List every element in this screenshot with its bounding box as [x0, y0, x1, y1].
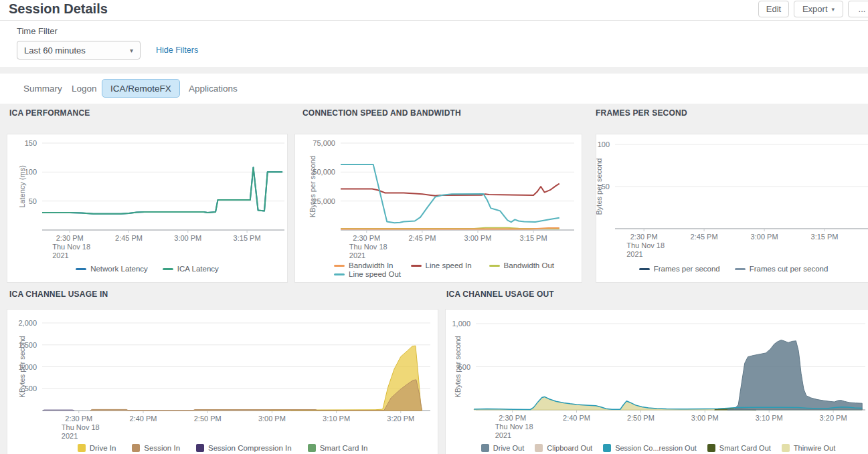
frames-per-second-chart: 501002:30 PMThu Nov 1820212:45 PM3:00 PM… [596, 134, 868, 261]
legend-item[interactable]: ICA Latency [163, 265, 219, 273]
svg-text:Latency (ms): Latency (ms) [18, 165, 26, 208]
time-filter-value: Last 60 minutes [24, 45, 86, 55]
svg-text:2:40 PM: 2:40 PM [563, 414, 590, 422]
legend-label: Smart Card In [320, 444, 368, 452]
svg-text:Thu Nov 18: Thu Nov 18 [349, 243, 387, 251]
export-button[interactable]: Export ▾ [794, 1, 843, 17]
legend-label: Drive In [90, 444, 116, 452]
legend-item[interactable]: Bandwidth In [334, 261, 394, 269]
ica-channel-usage-out-chart: 5001,0002:30 PMThu Nov 1820212:40 PM2:50… [446, 310, 868, 441]
legend-item[interactable]: Line speed In [411, 261, 472, 269]
card-ica-channel-usage-out: 5001,0002:30 PMThu Nov 1820212:40 PM2:50… [445, 309, 868, 454]
legend-item[interactable]: Drive Out [481, 444, 524, 452]
ica-channel-usage-out-legend: Drive OutClipboard OutSession Co...ressi… [446, 444, 868, 452]
svg-text:3:15 PM: 3:15 PM [520, 234, 547, 242]
svg-text:2:50 PM: 2:50 PM [627, 414, 655, 422]
svg-text:KBytes per second: KBytes per second [309, 156, 317, 217]
card-frames-per-second: 501002:30 PMThu Nov 1820212:45 PM3:00 PM… [596, 134, 868, 283]
legend-item[interactable]: Frames per second [639, 265, 720, 273]
hide-filters-link[interactable]: Hide Filters [156, 45, 198, 55]
time-filter-select[interactable]: Last 60 minutes ▾ [17, 41, 141, 60]
frames-per-second-legend: Frames per secondFrames cut per second [596, 265, 868, 273]
page-title: Session Details [9, 1, 108, 17]
legend-item[interactable]: Bandwidth Out [489, 261, 554, 269]
tab-logon[interactable]: Logon [64, 79, 105, 98]
svg-text:2:30 PM: 2:30 PM [65, 415, 92, 423]
more-options-button[interactable]: ... [848, 1, 868, 17]
svg-text:2:40 PM: 2:40 PM [130, 415, 157, 423]
svg-text:2021: 2021 [495, 431, 511, 439]
svg-text:2:30 PM: 2:30 PM [56, 234, 84, 242]
svg-text:3:10 PM: 3:10 PM [323, 415, 350, 423]
legend-item[interactable]: Clipboard Out [535, 444, 592, 452]
tab-summary[interactable]: Summary [15, 79, 70, 98]
chart-title-ica-channel-usage-out: ICA CHANNEL USAGE OUT [446, 290, 554, 299]
legend-item[interactable]: Network Latency [76, 265, 148, 273]
legend-swatch [707, 444, 715, 452]
svg-text:2:30 PM: 2:30 PM [353, 234, 380, 242]
ica-performance-chart: 501001502:30 PMThu Nov 1820212:45 PM3:00… [7, 134, 287, 261]
legend-swatch [603, 444, 611, 452]
legend-label: ICA Latency [177, 265, 219, 273]
svg-text:500: 500 [25, 384, 37, 392]
legend-item[interactable]: Session In [132, 444, 180, 452]
card-ica-performance: 501001502:30 PMThu Nov 1820212:45 PM3:00… [7, 134, 288, 283]
legend-item[interactable]: Session Co...ression Out [603, 444, 697, 452]
svg-text:2021: 2021 [626, 250, 642, 258]
svg-text:3:20 PM: 3:20 PM [387, 415, 414, 423]
svg-text:2:50 PM: 2:50 PM [194, 415, 222, 423]
svg-text:Thu Nov 18: Thu Nov 18 [62, 423, 100, 431]
svg-text:100: 100 [598, 140, 610, 148]
connection-speed-legend: Bandwidth InLine speed InBandwidth OutLi… [295, 261, 575, 278]
svg-text:2:30 PM: 2:30 PM [630, 233, 658, 241]
legend-swatch [334, 273, 345, 275]
legend-swatch [334, 265, 345, 267]
tab-ica-remotefx[interactable]: ICA/RemoteFX [102, 79, 180, 98]
edit-button[interactable]: Edit [758, 1, 789, 17]
legend-swatch [196, 444, 204, 452]
legend-item[interactable]: Drive In [78, 444, 116, 452]
legend-swatch [639, 268, 650, 270]
legend-label: Smart Card Out [719, 444, 771, 452]
svg-text:KBytes per second: KBytes per second [18, 336, 26, 397]
svg-text:Thu Nov 18: Thu Nov 18 [495, 423, 533, 431]
filter-bar: Time Filter Last 60 minutes ▾ Hide Filte… [0, 21, 868, 67]
legend-item[interactable]: Line speed Out [334, 270, 401, 278]
legend-label: Drive Out [493, 444, 524, 452]
legend-item[interactable]: Smart Card Out [707, 444, 771, 452]
svg-text:2,000: 2,000 [18, 319, 37, 327]
legend-swatch [735, 268, 746, 270]
svg-text:2:45 PM: 2:45 PM [408, 234, 436, 242]
chevron-down-icon: ▾ [832, 6, 835, 13]
legend-item[interactable]: Smart Card In [308, 444, 368, 452]
legend-swatch [132, 444, 140, 452]
chart-title-ica-performance: ICA PERFORMANCE [9, 108, 90, 118]
connection-speed-chart: 25,00050,00075,0002:30 PMThu Nov 1820212… [295, 134, 582, 261]
svg-text:2:30 PM: 2:30 PM [499, 414, 526, 422]
ica-performance-legend: Network LatencyICA Latency [7, 265, 287, 273]
svg-text:3:15 PM: 3:15 PM [234, 234, 261, 242]
legend-item[interactable]: Thinwire Out [782, 444, 835, 452]
legend-label: Frames per second [654, 265, 720, 273]
card-connection-speed: 25,00050,00075,0002:30 PMThu Nov 1820212… [294, 134, 582, 283]
chart-title-ica-channel-usage-in: ICA CHANNEL USAGE IN [9, 290, 108, 299]
charts-section: ICA PERFORMANCE CONNECTION SPEED AND BAN… [0, 104, 868, 454]
legend-label: Network Latency [90, 265, 148, 273]
legend-swatch [411, 265, 422, 267]
legend-label: Session Compression In [208, 444, 292, 452]
legend-item[interactable]: Session Compression In [196, 444, 292, 452]
svg-text:3:15 PM: 3:15 PM [811, 233, 839, 241]
ica-channel-usage-in-legend: Drive InSession InSession Compression In… [7, 444, 438, 452]
legend-swatch [308, 444, 316, 452]
tab-applications[interactable]: Applications [181, 79, 246, 98]
export-button-label: Export [802, 4, 828, 14]
svg-text:3:00 PM: 3:00 PM [691, 414, 719, 422]
legend-label: Bandwidth In [349, 261, 394, 269]
legend-swatch [489, 265, 500, 267]
legend-item[interactable]: Frames cut per second [735, 265, 829, 273]
edit-button-label: Edit [766, 4, 781, 14]
svg-text:Thu Nov 18: Thu Nov 18 [626, 241, 665, 249]
more-options-icon: ... [859, 4, 866, 14]
svg-text:3:20 PM: 3:20 PM [820, 414, 847, 422]
chevron-down-icon: ▾ [130, 47, 133, 54]
